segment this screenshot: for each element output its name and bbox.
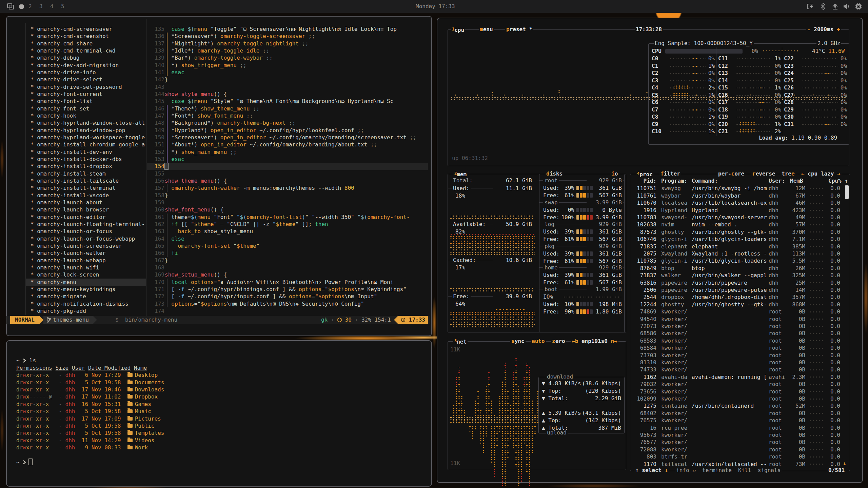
file-list-item[interactable]: * omarchy-launch-webapp — [31, 257, 106, 264]
workspace-4[interactable]: 4 — [50, 3, 54, 10]
proc-cpu-history — [809, 332, 825, 334]
proc-cpu-history — [809, 390, 825, 392]
statusline-right: gk ‹ 30 ‹ 32% 154:1 17:33 — [321, 316, 428, 324]
interval-control[interactable]: - 2000ms + — [806, 26, 841, 33]
proc-filter[interactable]: filter — [659, 170, 681, 177]
workspace-5[interactable]: 5 — [61, 3, 64, 10]
proc-header-program[interactable]: Program: — [661, 177, 687, 184]
core-label: C22 — [784, 55, 794, 62]
disks-io-toggle[interactable]: io — [610, 170, 619, 177]
proc-header-pid[interactable]: Pid: — [634, 177, 656, 184]
volume-icon[interactable] — [843, 3, 850, 10]
net-interface-switcher[interactable]: ←b enp191s0 n→ — [571, 338, 618, 345]
cpu-icon[interactable] — [855, 3, 862, 10]
proc-program: kworker/ — [661, 366, 687, 373]
proc-mem: 67M — [780, 192, 805, 199]
workspace-2[interactable]: 2 — [28, 3, 32, 10]
net-scale-bottom: 11K — [450, 460, 460, 467]
workspace-3[interactable]: 3 — [39, 3, 43, 10]
file-list-item[interactable]: * omarchy-cmd-terminal-cwd — [31, 47, 115, 54]
screenshot-icon[interactable] — [7, 3, 14, 10]
screencast-icon[interactable] — [806, 3, 814, 9]
proc-header-user[interactable]: User: — [769, 177, 785, 184]
proc-scroll-down[interactable]: ↓ — [843, 460, 846, 467]
proc-header-cpu[interactable]: Cpu% ↑ — [828, 177, 848, 184]
clock[interactable]: Monday 17:33 — [416, 3, 455, 10]
preset-button[interactable]: preset * — [505, 26, 533, 33]
net-sync-toggle[interactable]: sync — [510, 338, 526, 345]
proc-pid: 76577 — [631, 439, 656, 446]
proc-user: dhh — [769, 243, 778, 250]
net-down-column — [515, 357, 517, 424]
file-list-item[interactable]: * omarchy-lock-screen — [31, 271, 99, 278]
line-number: 166 — [154, 249, 164, 257]
file-list-item[interactable]: * omarchy-dev-add-migration — [31, 62, 119, 69]
file-list-item[interactable]: * omarchy-launch-walker — [31, 249, 106, 257]
file-list-item[interactable]: * omarchy-menu-keybindings — [31, 286, 115, 293]
net-up-column — [534, 425, 536, 437]
file-list-item[interactable]: * omarchy-install-tailscale — [31, 177, 119, 184]
file-list-item[interactable]: * omarchy-launch-editor — [31, 214, 106, 221]
file-list-item[interactable]: * omarchy-launch-browser — [31, 206, 109, 213]
file-list-item[interactable]: * omarchy-install-steam — [31, 170, 106, 177]
file-list-item[interactable]: * omarchy-hyprland-window-close-all — [31, 119, 145, 126]
folder-icon — [127, 417, 133, 421]
file-list-item[interactable]: * omarchy-font-list — [31, 98, 93, 105]
proc-cpu: 0.0 — [824, 257, 840, 264]
file-list-item[interactable]: * omarchy-launch-about — [31, 199, 102, 206]
file-list-item[interactable]: * omarchy-drive-set-password — [31, 83, 122, 90]
file-list-item[interactable]: * omarchy-hyprland-workspace-toggle — [31, 134, 145, 141]
file-list-item[interactable]: * omarchy-install-terminal — [31, 184, 115, 191]
file-list-item[interactable]: * omarchy-install-vscode — [31, 192, 109, 199]
proc-pid: 73703 — [631, 352, 656, 359]
workspace-1-active[interactable] — [19, 4, 24, 9]
net-down-column-peak — [512, 371, 514, 381]
file-list-item[interactable]: * omarchy-hook — [31, 112, 76, 119]
file-list-item[interactable]: * omarchy-cmd-share — [31, 40, 93, 47]
proc-reverse-toggle[interactable]: reverse — [751, 170, 776, 177]
proc-cpu-history — [809, 282, 825, 284]
file-list-item[interactable]: * omarchy-pkg-add — [31, 307, 86, 314]
disk-io-graph — [563, 296, 621, 298]
proc-cpu: 0.0 — [824, 279, 840, 286]
file-list-item[interactable]: * omarchy-hyprland-window-pop — [31, 127, 125, 134]
mem-stat-label: Free: — [452, 293, 471, 300]
proc-header-command[interactable]: Command: — [692, 177, 718, 184]
file-list-item[interactable]: * omarchy-install-chromium-google-a — [31, 141, 145, 148]
segment-arrow — [39, 316, 43, 324]
file-list-item[interactable]: * omarchy-notification-dismiss — [31, 300, 129, 307]
proc-program: ghostty — [661, 301, 684, 308]
file-list-item[interactable]: * omarchy-install-docker-dbs — [31, 156, 122, 163]
file-list-item[interactable]: * omarchy-debug — [31, 54, 80, 61]
disk-name: log — [543, 221, 556, 228]
proc-percore-toggle[interactable]: per-core — [717, 170, 745, 177]
file-list-item[interactable]: * omarchy-install-dev-env — [31, 148, 112, 156]
network-icon[interactable] — [831, 3, 840, 10]
proc-header-mem[interactable]: MemB — [790, 177, 803, 184]
file-list-item[interactable]: * omarchy-launch-floating-terminal- — [31, 221, 145, 228]
cpu-total-pct: 0% — [746, 47, 758, 55]
file-list-item[interactable]: * omarchy-launch-wifi — [31, 264, 99, 271]
proc-scrollbar[interactable] — [845, 185, 849, 199]
file-list-item[interactable]: * omarchy-font-current — [31, 90, 102, 98]
file-list-item[interactable]: * omarchy-cmd-screenshot — [31, 33, 109, 40]
bluetooth-icon[interactable] — [821, 3, 825, 10]
file-list-item[interactable]: * omarchy-font-set — [31, 105, 89, 112]
proc-program: waybar — [661, 192, 681, 199]
code-line: } — [165, 76, 168, 83]
menu-button[interactable]: menu — [479, 26, 494, 33]
file-list-item[interactable]: * omarchy-drive-info — [31, 69, 96, 76]
code-pane[interactable]: 135 case $(menu "Toggle" "⊡ Screensaver\… — [153, 16, 429, 316]
net-zero-toggle[interactable]: zero — [551, 338, 566, 345]
file-list-item[interactable]: * omarchy-launch-screensaver — [31, 242, 122, 249]
file-list-item[interactable]: * omarchy-launch-or-focus — [31, 228, 112, 235]
net-auto-toggle[interactable]: auto — [531, 338, 546, 345]
file-list-item[interactable]: * omarchy-drive-select — [31, 76, 102, 83]
proc-sort-selector[interactable]: ← cpu lazy → — [800, 170, 842, 177]
file-list-item[interactable]: * omarchy-migrate — [31, 293, 86, 300]
file-list-item[interactable]: * omarchy-install-dropbox — [31, 163, 112, 170]
file-list-item[interactable]: * omarchy-menu — [31, 279, 76, 286]
proc-tree-toggle[interactable]: tree — [781, 170, 796, 177]
file-list-item[interactable]: * omarchy-launch-or-focus-webapp — [31, 235, 135, 242]
file-list-item[interactable]: * omarchy-cmd-screensaver — [31, 25, 112, 33]
